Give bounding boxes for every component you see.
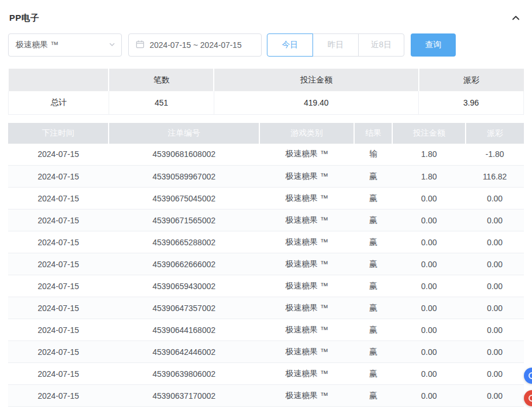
bet-cell-payout: 0.00 <box>466 319 524 341</box>
bet-row: 2024-07-1545390589967002极速糖果 ™赢1.80116.8… <box>8 166 524 188</box>
bet-cell-payout: 0.00 <box>466 231 524 253</box>
bet-cell-result: 赢 <box>354 253 392 275</box>
bet-cell-payout: 0.00 <box>466 188 524 209</box>
bets-header-result: 结果 <box>354 123 392 144</box>
date-range-input[interactable]: 2024-07-15 ~ 2024-07-15 <box>128 33 262 57</box>
search-button[interactable]: 查询 <box>411 33 456 57</box>
bet-cell-result: 赢 <box>354 341 392 363</box>
bet-cell-game-type: 极速糖果 ™ <box>259 363 354 385</box>
bet-cell-payout: 0.00 <box>466 341 524 363</box>
bet-cell-game-type: 极速糖果 ™ <box>259 144 354 166</box>
bet-cell-game-type: 极速糖果 ™ <box>259 253 354 275</box>
bets-table: 下注时间 注单编号 游戏类别 结果 投注金额 派彩 2024-07-154539… <box>8 123 524 407</box>
bet-cell-bet-time: 2024-07-15 <box>8 209 109 231</box>
bet-cell-game-type: 极速糖果 ™ <box>259 319 354 341</box>
bet-row: 2024-07-1545390639806002极速糖果 ™赢0.000.00 <box>8 363 524 385</box>
bet-cell-result: 赢 <box>354 231 392 253</box>
bet-row: 2024-07-1545390642446002极速糖果 ™赢0.000.00 <box>8 341 524 363</box>
bet-cell-result: 赢 <box>354 188 392 209</box>
bet-cell-bet-time: 2024-07-15 <box>8 188 109 209</box>
bet-cell-ticket-id: 45390662666002 <box>109 253 259 275</box>
bet-cell-bet-amount: 0.00 <box>392 253 466 275</box>
bet-cell-ticket-id: 45390659430002 <box>109 275 259 297</box>
bet-cell-result: 赢 <box>354 363 392 385</box>
bet-cell-ticket-id: 45390644168002 <box>109 319 259 341</box>
calendar-icon <box>136 40 144 50</box>
collapse-chevron-up-icon[interactable] <box>510 12 522 24</box>
bet-cell-result: 赢 <box>354 209 392 231</box>
bet-row: 2024-07-1545390659430002极速糖果 ™赢0.000.00 <box>8 275 524 297</box>
bet-cell-result: 赢 <box>354 297 392 319</box>
game-select[interactable]: 极速糖果 ™ <box>8 33 122 57</box>
bet-cell-bet-time: 2024-07-15 <box>8 253 109 275</box>
panel-header: PP电子 <box>8 0 524 33</box>
bet-cell-payout: -1.80 <box>466 144 524 166</box>
bet-cell-ticket-id: 45390647357002 <box>109 297 259 319</box>
bet-row: 2024-07-1545390681608002极速糖果 ™输1.80-1.80 <box>8 144 524 166</box>
bet-cell-ticket-id: 45390671565002 <box>109 209 259 231</box>
bet-cell-game-type: 极速糖果 ™ <box>259 385 354 407</box>
bet-cell-ticket-id: 45390637170002 <box>109 385 259 407</box>
bet-cell-bet-amount: 0.00 <box>392 363 466 385</box>
summary-header-empty <box>9 69 109 91</box>
bet-cell-bet-time: 2024-07-15 <box>8 363 109 385</box>
bet-cell-bet-amount: 0.00 <box>392 341 466 363</box>
bet-row: 2024-07-1545390637170002极速糖果 ™赢0.000.00 <box>8 385 524 407</box>
bet-cell-result: 输 <box>354 144 392 166</box>
bet-cell-ticket-id: 45390642446002 <box>109 341 259 363</box>
summary-header-row: 笔数 投注金额 派彩 <box>9 69 524 91</box>
bet-cell-payout: 0.00 <box>466 363 524 385</box>
bet-cell-payout: 0.00 <box>466 275 524 297</box>
bet-cell-game-type: 极速糖果 ™ <box>259 297 354 319</box>
bet-cell-game-type: 极速糖果 ™ <box>259 341 354 363</box>
bets-header-game-type: 游戏类别 <box>259 123 354 144</box>
quick-filter-last-8-days[interactable]: 近8日 <box>358 33 404 57</box>
summary-total-payout: 3.96 <box>419 91 524 114</box>
summary-total-label: 总计 <box>9 91 109 114</box>
bet-cell-bet-amount: 0.00 <box>392 319 466 341</box>
bets-header-ticket-id: 注单编号 <box>109 123 259 144</box>
quick-filter-today[interactable]: 今日 <box>267 33 313 57</box>
bet-cell-payout: 0.00 <box>466 253 524 275</box>
bet-cell-bet-time: 2024-07-15 <box>8 166 109 188</box>
quick-filter-group: 今日 昨日 近8日 <box>267 33 404 57</box>
bet-cell-result: 赢 <box>354 385 392 407</box>
bet-row: 2024-07-1545390665288002极速糖果 ™赢0.000.00 <box>8 231 524 253</box>
bet-cell-bet-amount: 1.80 <box>392 166 466 188</box>
filter-row: 极速糖果 ™ 2024-07-15 ~ 2024-07-15 今日 昨日 近8日… <box>8 33 524 57</box>
bet-cell-ticket-id: 45390681608002 <box>109 144 259 166</box>
bet-cell-payout: 116.82 <box>466 166 524 188</box>
bet-row: 2024-07-1545390662666002极速糖果 ™赢0.000.00 <box>8 253 524 275</box>
bet-cell-game-type: 极速糖果 ™ <box>259 209 354 231</box>
summary-total-count: 451 <box>109 91 214 114</box>
bet-row: 2024-07-1545390675045002极速糖果 ™赢0.000.00 <box>8 188 524 209</box>
summary-total-bet-amount: 419.40 <box>214 91 418 114</box>
bet-row: 2024-07-1545390644168002极速糖果 ™赢0.000.00 <box>8 319 524 341</box>
summary-table: 笔数 投注金额 派彩 总计 451 419.40 3.96 <box>8 69 524 115</box>
bet-cell-game-type: 极速糖果 ™ <box>259 275 354 297</box>
bets-table-body: 2024-07-1545390681608002极速糖果 ™输1.80-1.80… <box>8 144 524 407</box>
bet-cell-bet-time: 2024-07-15 <box>8 231 109 253</box>
bet-cell-bet-amount: 1.80 <box>392 144 466 166</box>
bet-cell-bet-amount: 0.00 <box>392 188 466 209</box>
bets-header-bet-amount: 投注金额 <box>392 123 466 144</box>
bet-cell-result: 赢 <box>354 166 392 188</box>
bet-cell-result: 赢 <box>354 275 392 297</box>
quick-filter-yesterday[interactable]: 昨日 <box>312 33 359 57</box>
bet-cell-bet-amount: 0.00 <box>392 231 466 253</box>
bets-header-row: 下注时间 注单编号 游戏类别 结果 投注金额 派彩 <box>8 123 524 144</box>
bet-cell-bet-amount: 0.00 <box>392 275 466 297</box>
bet-row: 2024-07-1545390647357002极速糖果 ™赢0.000.00 <box>8 297 524 319</box>
bet-cell-bet-amount: 0.00 <box>392 209 466 231</box>
bet-cell-payout: 0.00 <box>466 385 524 407</box>
panel-title: PP电子 <box>9 13 39 24</box>
summary-header-bet-amount: 投注金额 <box>214 69 418 91</box>
summary-header-payout: 派彩 <box>419 69 524 91</box>
bet-cell-game-type: 极速糖果 ™ <box>259 231 354 253</box>
bet-cell-ticket-id: 45390639806002 <box>109 363 259 385</box>
bet-row: 2024-07-1545390671565002极速糖果 ™赢0.000.00 <box>8 209 524 231</box>
bet-cell-bet-time: 2024-07-15 <box>8 385 109 407</box>
bet-cell-bet-amount: 0.00 <box>392 385 466 407</box>
bet-cell-ticket-id: 45390665288002 <box>109 231 259 253</box>
chevron-down-icon <box>109 40 116 50</box>
